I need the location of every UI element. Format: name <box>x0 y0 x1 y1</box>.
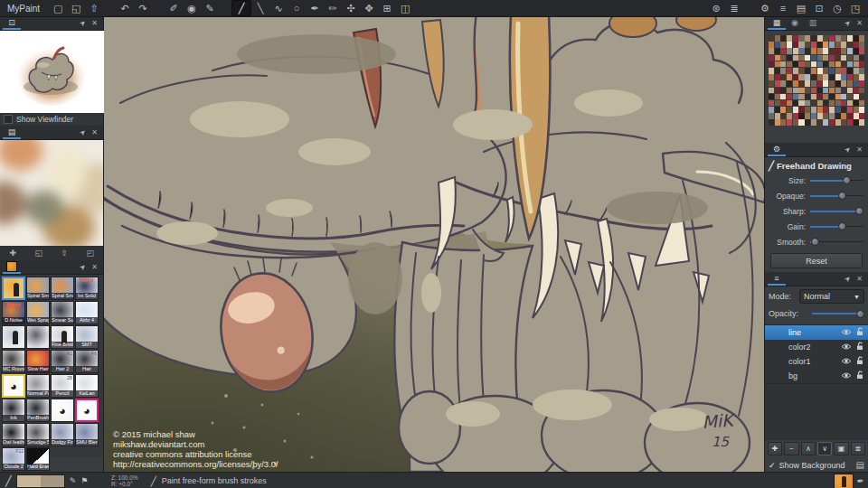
palette-swatch[interactable] <box>780 74 786 80</box>
palette-swatch[interactable] <box>859 74 864 80</box>
palette-swatch[interactable] <box>780 35 786 42</box>
palette-swatch[interactable] <box>787 42 792 48</box>
palette-swatch[interactable] <box>823 42 828 48</box>
palette-swatch[interactable] <box>835 80 841 87</box>
brush-tile[interactable] <box>2 325 25 349</box>
palette-swatch[interactable] <box>841 88 846 94</box>
brush-tile[interactable]: Smudge 52 <box>26 423 50 446</box>
palette-swatch[interactable] <box>787 80 792 87</box>
palette-swatch[interactable] <box>835 55 841 61</box>
layer-lock-icon[interactable] <box>855 371 868 381</box>
layer-mode-dropdown[interactable]: Normal ▼ <box>799 289 864 304</box>
palette-swatch[interactable] <box>817 94 823 100</box>
slider-knob[interactable] <box>811 238 819 246</box>
palette-swatch[interactable] <box>841 107 846 113</box>
palette-swatch[interactable] <box>859 42 864 48</box>
layer-lock-icon[interactable] <box>855 342 868 352</box>
palette-swatch[interactable] <box>769 80 774 87</box>
palette-swatch[interactable] <box>829 48 835 54</box>
palette-swatch[interactable] <box>847 74 853 80</box>
palette-swatch[interactable] <box>811 55 816 61</box>
palette-swatch[interactable] <box>859 88 864 94</box>
palette-swatch[interactable] <box>817 113 823 119</box>
palette-swatch[interactable] <box>775 119 780 126</box>
palette-swatch[interactable] <box>835 94 841 100</box>
palette-swatch[interactable] <box>775 113 780 119</box>
palette-swatch[interactable] <box>854 48 859 54</box>
color-sliders-tab[interactable]: ▥ <box>804 16 822 30</box>
palette-swatch[interactable] <box>841 100 846 107</box>
palette-swatch[interactable] <box>805 94 810 100</box>
palette-swatch[interactable] <box>841 80 846 87</box>
palette-swatch[interactable] <box>811 48 816 54</box>
palette-swatch[interactable] <box>823 94 828 100</box>
slider-sharp[interactable] <box>810 207 863 215</box>
palette-swatch[interactable] <box>847 107 853 113</box>
palette-swatch[interactable] <box>829 119 835 126</box>
palette-swatch[interactable] <box>829 55 835 61</box>
palette-swatch[interactable] <box>854 68 859 74</box>
palette-swatch[interactable] <box>829 88 835 94</box>
palette-swatch[interactable] <box>817 55 823 61</box>
palette-swatch[interactable] <box>811 80 816 87</box>
palette-swatch[interactable] <box>769 68 774 74</box>
palette-swatch[interactable] <box>787 113 792 119</box>
brush-tile[interactable]: Airbr 4 <box>75 301 99 324</box>
palette-swatch[interactable] <box>817 119 823 126</box>
layer-remove-button[interactable]: − <box>784 442 798 455</box>
palette-swatch[interactable] <box>859 68 864 74</box>
palette-swatch[interactable] <box>780 80 786 87</box>
connected-lines-tool-icon[interactable]: ∿ <box>269 1 288 15</box>
palette-swatch[interactable] <box>841 42 846 48</box>
palette-swatch[interactable] <box>823 61 828 68</box>
palette-tab[interactable]: ▦ <box>768 16 786 30</box>
palette-swatch[interactable] <box>775 68 780 74</box>
palette-swatch[interactable] <box>793 74 798 80</box>
palette-swatch[interactable] <box>787 94 792 100</box>
preview-thumbnail[interactable] <box>0 31 103 113</box>
palette-swatch[interactable] <box>787 107 792 113</box>
palette-swatch[interactable] <box>817 48 823 54</box>
palette-swatch[interactable] <box>841 68 846 74</box>
palette-swatch[interactable] <box>854 88 859 94</box>
palette-swatch[interactable] <box>798 61 804 68</box>
brush-tile[interactable]: SMT <box>75 325 99 349</box>
palette-swatch[interactable] <box>859 113 864 119</box>
palette-swatch[interactable] <box>829 94 835 100</box>
palette-swatch[interactable] <box>780 55 786 61</box>
palette-swatch[interactable] <box>823 119 828 126</box>
palette-swatch[interactable] <box>793 107 798 113</box>
palette-swatch[interactable] <box>859 80 864 87</box>
palette-swatch[interactable] <box>823 48 828 54</box>
open-file-icon[interactable]: ◱ <box>67 1 85 15</box>
brush-icon[interactable]: ╱ <box>5 475 12 487</box>
layer-visible-icon[interactable] <box>841 357 855 367</box>
palette-swatch[interactable] <box>841 61 846 68</box>
palette-swatch[interactable] <box>769 100 774 107</box>
palette-swatch[interactable] <box>841 48 846 54</box>
palette-swatch[interactable] <box>793 100 798 107</box>
palette-swatch[interactable] <box>817 61 823 68</box>
palette-swatch[interactable] <box>835 113 841 119</box>
palette-swatch[interactable] <box>787 55 792 61</box>
mypaint-menu[interactable]: MyPaint <box>0 4 49 14</box>
brush-tile[interactable]: F2Hair 2 <box>51 350 74 373</box>
palette-swatch[interactable] <box>805 35 810 42</box>
layer-opacity-slider[interactable] <box>812 310 864 318</box>
palette-swatch[interactable] <box>847 88 853 94</box>
palette-swatch[interactable] <box>854 74 859 80</box>
pencil-tool-icon[interactable]: ✏ <box>324 1 342 15</box>
show-background-checkbox[interactable]: ✓ <box>769 461 776 470</box>
palette-swatch[interactable] <box>775 74 780 80</box>
palette-swatch[interactable] <box>835 35 841 42</box>
palette-swatch[interactable] <box>793 80 798 87</box>
brush-tile[interactable]: Normal Pencil <box>26 374 50 398</box>
airbrush-tool-icon[interactable]: ✣ <box>342 1 360 15</box>
palette-swatch[interactable] <box>775 55 780 61</box>
palette-swatch[interactable] <box>854 80 859 87</box>
brush-tile[interactable]: ◕ <box>51 399 74 422</box>
palette-swatch[interactable] <box>775 88 780 94</box>
palette-swatch[interactable] <box>811 61 816 68</box>
palette-swatch[interactable] <box>811 119 816 126</box>
palette-swatch[interactable] <box>841 35 846 42</box>
